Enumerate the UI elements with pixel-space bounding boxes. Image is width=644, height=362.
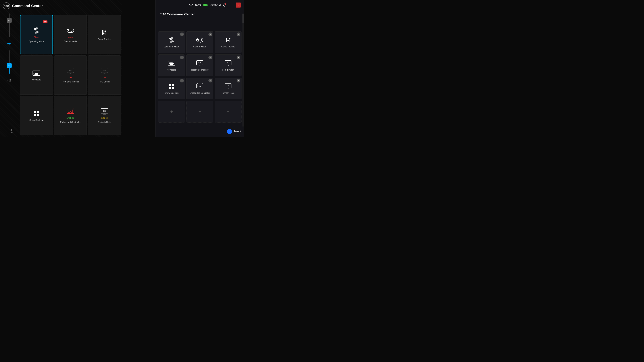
tile-label-fps-limiter: FPS Limiter <box>99 80 110 83</box>
ep-label-refresh-rate: Refresh Rate <box>222 92 234 94</box>
svg-rect-94 <box>169 84 171 86</box>
svg-rect-80 <box>172 62 173 62</box>
volume-slider[interactable]: ≡ <box>9 50 10 74</box>
tile-label-embedded-controller: Embedded Controller <box>60 121 81 124</box>
svg-point-16 <box>69 31 70 32</box>
fps-icon: FPS <box>100 67 108 75</box>
system-time: 10:45AM <box>210 3 221 6</box>
add-slot-1[interactable]: + <box>158 101 185 122</box>
add-icon-3: + <box>227 109 230 114</box>
tile-embedded-controller[interactable]: Enabled Embedded Controller <box>54 96 87 135</box>
select-button[interactable]: A Select <box>227 129 241 134</box>
minimize-button[interactable]: − <box>230 2 234 7</box>
ep-tile-fps-limiter[interactable]: × FPS FPS Limiter <box>215 54 242 76</box>
svg-point-64 <box>201 39 202 40</box>
desktop-icon <box>32 109 40 117</box>
ep-tile-keyboard[interactable]: × Keyboard <box>158 54 185 76</box>
svg-point-12 <box>72 30 72 30</box>
svg-rect-78 <box>170 62 171 62</box>
svg-rect-25 <box>34 72 34 72</box>
remove-control-mode[interactable]: × <box>208 32 212 36</box>
scroll-thumb[interactable] <box>242 13 244 23</box>
ep-label-show-desktop: Show Desktop <box>164 92 178 94</box>
svg-text:FPS: FPS <box>103 70 106 71</box>
svg-marker-6 <box>8 79 10 82</box>
wifi-icon <box>189 3 193 6</box>
svg-point-65 <box>202 39 202 40</box>
svg-point-14 <box>72 31 72 31</box>
add-icon-2: + <box>198 109 201 114</box>
ec-icon <box>66 107 74 115</box>
crosshair-icon[interactable] <box>6 40 12 47</box>
svg-rect-81 <box>174 62 174 62</box>
remove-refresh-rate[interactable]: × <box>237 79 240 82</box>
select-circle-icon: A <box>227 129 232 134</box>
power-button[interactable] <box>9 129 14 133</box>
left-sidebar: ≡ ≡ <box>0 12 18 137</box>
svg-rect-42 <box>37 111 39 113</box>
svg-point-73 <box>226 38 227 40</box>
brightness-slider[interactable]: ≡ <box>9 13 10 37</box>
sliders-icon <box>100 28 108 36</box>
tile-label-keyboard: Keyboard <box>32 78 41 81</box>
tile-operating-mode[interactable]: Silent Operating Mode 9W <box>20 15 53 54</box>
ep-tile-show-desktop[interactable]: × Show Desktop <box>158 78 185 99</box>
svg-rect-55 <box>207 4 208 5</box>
svg-rect-28 <box>38 72 38 72</box>
tile-keyboard[interactable]: Keyboard <box>20 55 53 94</box>
svg-rect-97 <box>172 87 174 89</box>
remove-fps-limiter[interactable]: × <box>237 56 240 59</box>
svg-text:!: ! <box>225 4 226 5</box>
tile-refresh-rate[interactable]: HZ 120Hz Refresh Rate <box>88 96 121 135</box>
svg-point-60 <box>171 39 172 40</box>
select-symbol: A <box>228 130 230 133</box>
svg-point-5 <box>9 43 10 44</box>
ep-tile-game-profiles[interactable]: × Game Profiles <box>215 31 242 53</box>
app-title: Command Center <box>12 4 43 8</box>
svg-rect-31 <box>36 73 38 74</box>
svg-text:HZ: HZ <box>227 85 229 87</box>
ep-tile-refresh-rate[interactable]: × HZ Refresh Rate <box>215 78 242 99</box>
ep-tile-control-mode[interactable]: × Control Mode <box>186 31 213 53</box>
remove-game-profiles[interactable]: × <box>237 32 240 36</box>
svg-point-52 <box>191 6 191 7</box>
svg-rect-96 <box>169 87 171 89</box>
ep-fan-icon <box>168 36 175 44</box>
svg-point-66 <box>201 40 202 41</box>
ep-desktop-icon <box>168 83 175 90</box>
ep-label-embedded-controller: Embedded Controller <box>190 92 210 94</box>
svg-rect-63 <box>198 39 198 40</box>
tile-control-mode[interactable]: Auto Control Mode <box>54 15 87 54</box>
tile-show-desktop[interactable]: Show Desktop <box>20 96 53 135</box>
svg-rect-11 <box>68 29 69 31</box>
add-slot-2[interactable]: + <box>186 101 213 122</box>
window-controls: − ✕ <box>230 2 241 7</box>
tile-label-control-mode: Control Mode <box>64 40 77 43</box>
ep-tile-embedded-controller[interactable]: × Embedded Controller <box>186 78 213 99</box>
tile-realtime-monitor[interactable]: INFO Off Real-time Monitor <box>54 55 87 94</box>
remove-embedded-controller[interactable]: × <box>208 79 212 82</box>
remove-keyboard[interactable]: × <box>180 56 184 59</box>
hz-icon: HZ <box>100 107 108 115</box>
ep-label-realtime-monitor: Real-time Monitor <box>191 68 208 71</box>
add-slot-3[interactable]: + <box>215 101 242 122</box>
remove-show-desktop[interactable]: × <box>180 79 184 82</box>
tile-fps-limiter[interactable]: FPS Off FPS Limiter <box>88 55 121 94</box>
remove-realtime-monitor[interactable]: × <box>208 56 212 59</box>
scroll-track[interactable] <box>242 13 244 127</box>
svg-rect-41 <box>34 111 36 113</box>
tile-status-silent: Silent <box>34 36 39 39</box>
ep-label-operating-mode: Operating Mode <box>164 45 180 48</box>
volume-icon[interactable] <box>6 77 12 84</box>
ep-ec-icon <box>196 83 204 90</box>
ep-tile-realtime-monitor[interactable]: × INFO Real-time Monitor <box>186 54 213 76</box>
close-button[interactable]: ✕ <box>236 2 241 7</box>
tile-status-ec: Enabled <box>66 117 74 119</box>
tile-game-profiles[interactable]: Game Profiles <box>88 15 121 54</box>
tile-label-game-profiles: Game Profiles <box>98 38 111 41</box>
ep-tile-operating-mode[interactable]: × Operating Mode <box>158 31 185 53</box>
tile-status-hz: 120Hz <box>101 117 108 119</box>
svg-rect-32 <box>34 74 38 75</box>
remove-operating-mode[interactable]: × <box>180 32 184 36</box>
select-label: Select <box>234 130 241 133</box>
